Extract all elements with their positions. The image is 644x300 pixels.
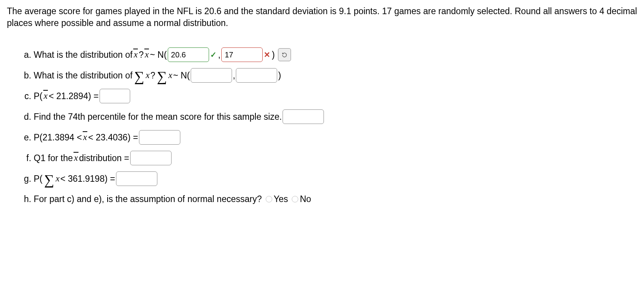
qe-post: < 23.4036) = [88, 130, 138, 145]
question-e: P(21.3894 < x < 23.4036) = [34, 127, 637, 148]
qg-pre: P( [34, 172, 42, 186]
xbar-symbol: x [133, 48, 138, 62]
question-h: For part c) and e), is the assumption of… [34, 189, 637, 209]
qd-input[interactable] [283, 109, 324, 124]
xbar-symbol: x [74, 151, 78, 165]
qa-mean-input[interactable] [168, 47, 209, 62]
xbar-symbol: x [83, 130, 87, 145]
qf-input[interactable] [130, 151, 172, 165]
qc-input[interactable] [100, 89, 130, 103]
qa-dist: ~ N( [150, 48, 167, 62]
qg-cond: < 361.9198) = [60, 172, 115, 186]
qb-pre: What is the distribution of [34, 68, 132, 83]
x-symbol: x [56, 172, 59, 186]
qf-post: distribution = [79, 151, 129, 165]
qc-pre: P( [34, 89, 42, 103]
qa-pre: What is the distribution of [34, 48, 132, 62]
radio-yes[interactable] [266, 196, 272, 202]
xbar-symbol: x [144, 48, 149, 62]
xbar-symbol: x [43, 89, 48, 103]
question-a: What is the distribution of x ? x ~ N( ✓… [34, 44, 637, 65]
x-symbol: x [168, 68, 172, 83]
qb-post: ? [150, 68, 155, 83]
retry-button[interactable] [278, 48, 291, 61]
question-d: Find the 74th percentile for the mean sc… [34, 106, 637, 127]
label-no: No [300, 192, 311, 206]
label-yes: Yes [274, 192, 288, 206]
comma: , [218, 48, 221, 62]
radio-no[interactable] [292, 196, 298, 202]
check-icon: ✓ [210, 49, 217, 61]
comma: , [233, 68, 235, 83]
question-f: Q1 for the x distribution = [34, 148, 637, 168]
question-c: P( x < 21.2894) = [34, 86, 637, 106]
qd-text: Find the 74th percentile for the mean sc… [34, 110, 282, 124]
qe-pre: P(21.3894 < [34, 130, 82, 145]
qb-dist: ~ N( [173, 68, 190, 83]
question-g: P( ∑ x < 361.9198) = [34, 168, 637, 189]
retry-icon [281, 51, 288, 58]
qc-cond: < 21.2894) = [49, 89, 98, 103]
qb-mean-input[interactable] [191, 68, 232, 83]
qa-post: ? [139, 48, 144, 62]
qa-sd-input[interactable] [221, 47, 263, 62]
qf-pre: Q1 for the [34, 151, 73, 165]
qb-sd-input[interactable] [236, 68, 277, 83]
question-b: What is the distribution of ∑ x ? ∑ x ~ … [34, 65, 637, 86]
qa-close: ) [272, 48, 275, 62]
qb-close: ) [278, 68, 281, 83]
problem-intro: The average score for games played in th… [7, 5, 637, 29]
cross-icon: ✕ [263, 49, 271, 61]
qe-input[interactable] [139, 130, 180, 145]
qg-input[interactable] [116, 171, 157, 186]
x-symbol: x [145, 68, 149, 83]
question-list: What is the distribution of x ? x ~ N( ✓… [7, 44, 637, 209]
qh-text: For part c) and e), is the assumption of… [34, 192, 262, 206]
